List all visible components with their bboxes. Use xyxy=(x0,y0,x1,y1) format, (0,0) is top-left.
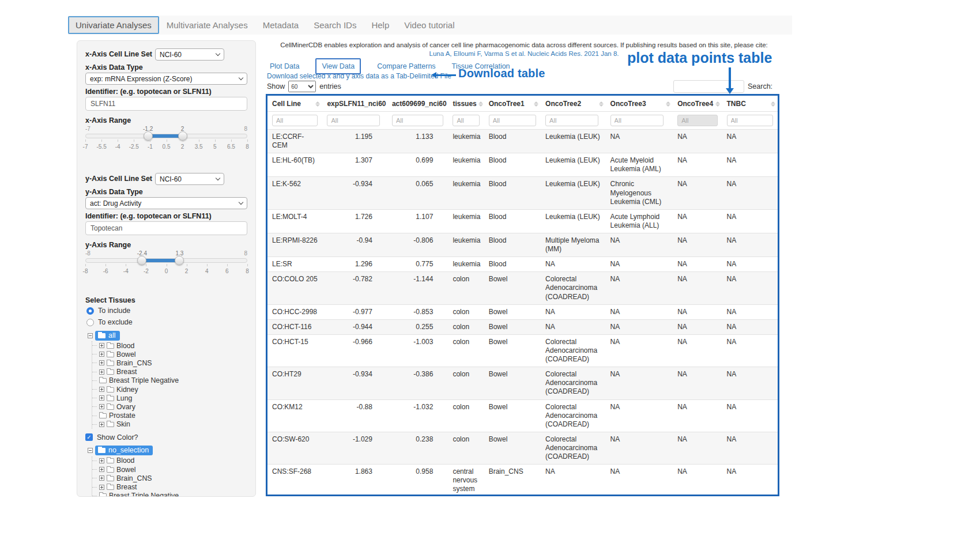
nav-tab-help[interactable]: Help xyxy=(364,17,397,33)
cell-tnbc: NA xyxy=(722,272,778,304)
x-cell-line-set-select[interactable]: NCI-60 xyxy=(155,48,224,61)
tree-item-brain-cns[interactable]: Brain_CNS xyxy=(92,474,247,482)
sort-icon[interactable] xyxy=(666,101,670,107)
column-filter-expslfn11-nci60[interactable] xyxy=(327,115,380,126)
tree-root-node[interactable]: no_selection xyxy=(95,446,153,455)
column-header-cell-line[interactable]: Cell Line xyxy=(267,96,322,112)
y-identifier-input[interactable] xyxy=(85,221,247,235)
entries-select[interactable]: 60 xyxy=(288,81,316,92)
tree-item-bowel[interactable]: Bowel xyxy=(92,350,247,358)
radio-to-include[interactable]: To include xyxy=(86,307,247,315)
collapse-icon[interactable] xyxy=(88,448,93,453)
table-row: LE:CCRF-CEM1.1951.133leukemiaBloodLeukem… xyxy=(267,130,778,153)
column-filter-oncotree4[interactable] xyxy=(677,115,717,126)
nav-tab-univariate-analyses[interactable]: Univariate Analyses xyxy=(68,16,159,34)
tree-item-prostate[interactable]: Prostate xyxy=(92,412,247,420)
y-data-type-select[interactable]: act: Drug Activity xyxy=(85,197,247,209)
cell-oncotree2: Colorectal Adenocarcinoma (COADREAD) xyxy=(541,272,606,304)
cell-oncotree1: Blood xyxy=(484,153,541,177)
sort-icon[interactable] xyxy=(599,101,604,107)
slider-handle-low[interactable] xyxy=(137,256,146,265)
chevron-down-icon xyxy=(216,176,220,180)
cell-oncotree2: Colorectal Adenocarcinoma (COADREAD) xyxy=(541,334,606,367)
cell-tissues: colon xyxy=(448,304,484,319)
column-header-act609699-nci60[interactable]: act609699_nci60 xyxy=(387,96,448,112)
column-filter-cell-line[interactable] xyxy=(272,115,318,126)
tree-item-blood[interactable]: Blood xyxy=(92,456,247,465)
column-filter-tnbc[interactable] xyxy=(727,115,774,126)
folder-icon xyxy=(98,448,105,453)
expand-icon[interactable] xyxy=(99,360,104,365)
expand-icon[interactable] xyxy=(99,475,104,481)
x-data-type-value: exp: mRNA Expression (Z-Score) xyxy=(90,75,192,83)
expand-icon[interactable] xyxy=(99,352,104,357)
expand-icon[interactable] xyxy=(99,485,104,490)
column-filter-oncotree1[interactable] xyxy=(489,115,536,126)
tree-item-kidney[interactable]: Kidney xyxy=(92,385,247,394)
show-color-checkbox[interactable]: ✓ Show Color? xyxy=(85,433,247,441)
slider-handle-low[interactable] xyxy=(144,131,153,141)
expand-icon[interactable] xyxy=(99,387,104,392)
tree-item-breast[interactable]: Breast xyxy=(92,482,247,491)
x-range-slider[interactable]: -78-1.22-7-5.5-4-2.5-10.523.556.58 xyxy=(85,126,247,152)
expand-icon[interactable] xyxy=(99,467,104,472)
folder-icon xyxy=(107,485,114,490)
tree-item-blood[interactable]: Blood xyxy=(92,341,247,350)
tree-item-skin[interactable]: Skin xyxy=(92,420,247,429)
nav-tab-video-tutorial[interactable]: Video tutorial xyxy=(397,17,462,33)
expand-icon[interactable] xyxy=(99,369,104,375)
tree-item-breast-triple-negative[interactable]: Breast Triple Negative xyxy=(92,376,247,385)
tree-item-breast[interactable]: Breast xyxy=(92,368,247,376)
column-header-tnbc[interactable]: TNBC xyxy=(722,96,778,112)
column-header-tissues[interactable]: tissues xyxy=(448,96,484,112)
tree-item-ovary[interactable]: Ovary xyxy=(92,402,247,411)
tab-plot-data[interactable]: Plot Data xyxy=(270,62,299,70)
cell-act609699-nci60: -0.853 xyxy=(387,304,448,319)
column-header-oncotree1[interactable]: OncoTree1 xyxy=(484,96,541,112)
x-data-type-select[interactable]: exp: mRNA Expression (Z-Score) xyxy=(85,73,247,85)
collapse-icon[interactable] xyxy=(88,333,93,338)
sort-icon[interactable] xyxy=(771,101,775,107)
radio-to-exclude[interactable]: To exclude xyxy=(86,318,247,326)
cell-oncotree2: NA xyxy=(541,319,606,334)
tree-root-node[interactable]: all xyxy=(95,331,120,341)
expand-icon[interactable] xyxy=(99,404,104,409)
column-header-expslfn11-nci60[interactable]: expSLFN11_nci60 xyxy=(322,96,387,112)
column-header-oncotree4[interactable]: OncoTree4 xyxy=(673,96,722,112)
y-cell-line-set-select[interactable]: NCI-60 xyxy=(155,173,224,185)
expand-icon[interactable] xyxy=(99,395,104,401)
column-filter-oncotree3[interactable] xyxy=(610,115,664,126)
expand-icon[interactable] xyxy=(99,343,104,348)
tree-item-breast-triple-negative[interactable]: Breast Triple Negative xyxy=(92,492,247,497)
table-row: CO:COLO 205-0.782-1.144colonBowelColorec… xyxy=(267,272,778,304)
column-filter-oncotree2[interactable] xyxy=(545,115,598,126)
tree-item-brain-cns[interactable]: Brain_CNS xyxy=(92,358,247,367)
cell-oncotree1: Blood xyxy=(484,233,541,256)
slider-handle-high[interactable] xyxy=(175,256,184,265)
column-filter-act609699-nci60[interactable] xyxy=(392,115,443,126)
cell-act609699-nci60: 0.255 xyxy=(387,319,448,334)
nav-tab-multivariate-analyses[interactable]: Multivariate Analyses xyxy=(159,17,255,33)
tree-root-all: all xyxy=(88,330,247,341)
y-range-slider[interactable]: -88-2.41.3-8-6-4-202468 xyxy=(85,250,247,277)
tree-item-label: Bowel xyxy=(116,466,136,474)
sort-icon[interactable] xyxy=(315,101,320,107)
expand-icon[interactable] xyxy=(99,422,104,427)
tab-compare-patterns[interactable]: Compare Patterns xyxy=(377,62,435,70)
expand-icon[interactable] xyxy=(99,458,104,463)
sort-icon[interactable] xyxy=(534,101,538,107)
download-tsv-link[interactable]: Download selected x and y axis data as a… xyxy=(267,72,451,80)
table-row: CO:HT29-0.934-0.386colonBowelColorectal … xyxy=(267,367,778,399)
tree-connector xyxy=(92,496,97,496)
sort-icon[interactable] xyxy=(478,101,483,107)
nav-tab-search-ids[interactable]: Search IDs xyxy=(306,17,364,33)
nav-tab-metadata[interactable]: Metadata xyxy=(255,17,307,33)
x-identifier-input[interactable] xyxy=(85,97,247,111)
tree-item-lung[interactable]: Lung xyxy=(92,394,247,402)
column-filter-tissues[interactable] xyxy=(453,115,479,126)
column-header-label: expSLFN11_nci60 xyxy=(327,100,386,108)
column-header-oncotree2[interactable]: OncoTree2 xyxy=(541,96,606,112)
tree-item-bowel[interactable]: Bowel xyxy=(92,465,247,474)
sort-icon[interactable] xyxy=(715,101,720,107)
column-header-oncotree3[interactable]: OncoTree3 xyxy=(606,96,673,112)
